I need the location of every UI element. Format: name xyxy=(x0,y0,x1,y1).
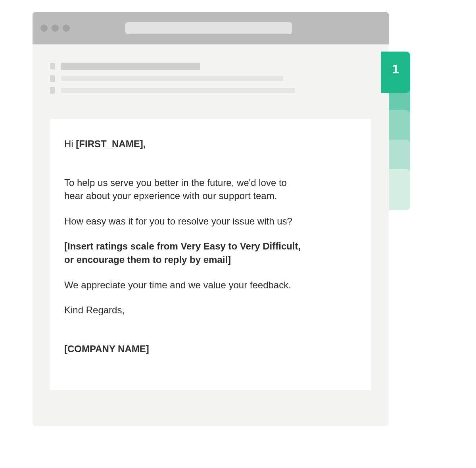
ratings-scale-placeholder: [Insert ratings scale from Very Easy to … xyxy=(64,240,302,266)
window-dot-icon xyxy=(40,25,48,32)
stage: 1 xyxy=(0,0,476,468)
placeholder-bar xyxy=(61,63,200,70)
browser-body: Hi [FIRST_NAME], To help us serve you be… xyxy=(33,44,389,426)
greeting-prefix: Hi xyxy=(64,138,76,149)
tab-1[interactable]: 1 xyxy=(381,52,410,93)
window-dot-icon xyxy=(63,25,70,32)
email-card: Hi [FIRST_NAME], To help us serve you be… xyxy=(50,119,371,390)
address-bar[interactable] xyxy=(125,22,292,34)
wireframe-row xyxy=(50,63,333,70)
browser-window: Hi [FIRST_NAME], To help us serve you be… xyxy=(33,12,389,426)
wireframe-row xyxy=(50,75,333,82)
bullet-icon xyxy=(50,87,55,94)
signoff: Kind Regards, xyxy=(64,303,302,317)
company-name: [COMPANY NAME] xyxy=(64,342,302,356)
tab-1-label: 1 xyxy=(392,62,399,77)
bullet-icon xyxy=(50,63,55,69)
greeting-name: [FIRST_NAME], xyxy=(76,138,146,149)
placeholder-bar xyxy=(61,76,283,81)
placeholder-bar xyxy=(61,88,295,93)
window-dot-icon xyxy=(52,25,59,32)
greeting: Hi [FIRST_NAME], xyxy=(64,137,302,151)
body-paragraph-3: We appreciate your time and we value you… xyxy=(64,278,302,292)
wireframe-header xyxy=(33,63,389,94)
body-paragraph-2: How easy was it for you to resolve your … xyxy=(64,215,302,228)
body-paragraph-1: To help us serve you better in the futur… xyxy=(64,176,302,203)
bullet-icon xyxy=(50,75,55,82)
browser-titlebar xyxy=(33,12,389,44)
wireframe-row xyxy=(50,87,333,94)
